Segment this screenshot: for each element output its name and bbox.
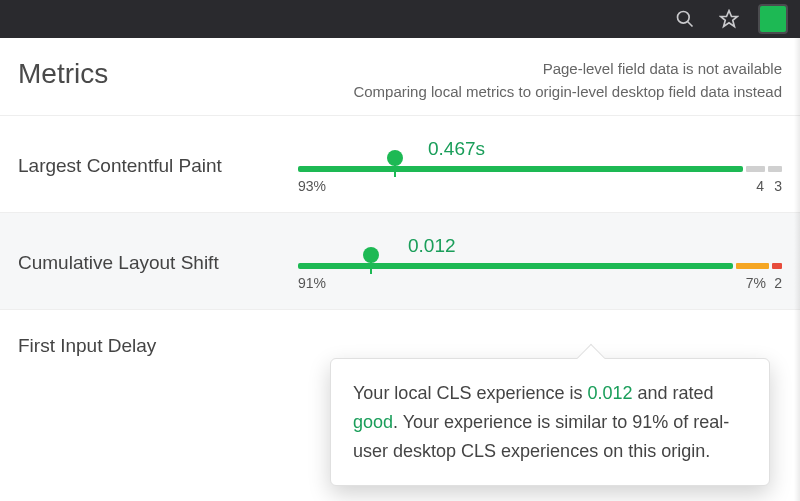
panel-content: Metrics Page-level field data is not ava… <box>0 38 800 501</box>
field-data-notice: Page-level field data is not available C… <box>353 58 782 103</box>
good-segment <box>298 166 743 172</box>
distribution-bar <box>298 263 782 269</box>
bad-segment <box>768 166 782 172</box>
metric-graph <box>298 332 782 360</box>
local-marker-icon <box>387 150 403 166</box>
ok-segment <box>746 166 765 172</box>
bad-pct: 2 <box>774 275 782 291</box>
good-pct: 91% <box>298 275 326 291</box>
bookmark-star-icon[interactable] <box>716 6 742 32</box>
tooltip-value: 0.012 <box>587 383 632 403</box>
metric-value: 0.012 <box>408 235 456 257</box>
ok-segment <box>736 263 769 269</box>
local-marker-icon <box>363 247 379 263</box>
bad-segment <box>772 263 782 269</box>
metric-row-lcp[interactable]: Largest Contentful Paint 0.467s 93% 4 3 <box>0 115 800 212</box>
tooltip-text-pre: Your local CLS experience is <box>353 383 587 403</box>
svg-point-0 <box>678 12 690 24</box>
zoom-icon[interactable] <box>672 6 698 32</box>
good-pct: 93% <box>298 178 326 194</box>
metric-graph: 0.467s 93% 4 3 <box>298 138 782 194</box>
metric-name: Largest Contentful Paint <box>18 155 298 177</box>
metric-row-cls[interactable]: Cumulative Layout Shift 0.012 91% 7% 2 <box>0 212 800 309</box>
cls-tooltip: Your local CLS experience is 0.012 and r… <box>330 358 770 486</box>
segment-labels: 91% 7% 2 <box>298 275 782 291</box>
metric-name: Cumulative Layout Shift <box>18 252 298 274</box>
panel-header: Metrics Page-level field data is not ava… <box>0 38 800 111</box>
svg-marker-2 <box>721 11 738 27</box>
bad-pct: 3 <box>774 178 782 194</box>
tooltip-text-mid1: and rated <box>633 383 714 403</box>
tooltip-rating: good <box>353 412 393 432</box>
good-segment <box>298 263 733 269</box>
notice-line-1: Page-level field data is not available <box>353 58 782 81</box>
scrollbar[interactable] <box>794 38 800 501</box>
panel-title: Metrics <box>18 58 108 90</box>
segment-labels: 93% 4 3 <box>298 178 782 194</box>
svg-line-1 <box>688 22 693 27</box>
notice-line-2: Comparing local metrics to origin-level … <box>353 81 782 104</box>
metric-name: First Input Delay <box>18 335 298 357</box>
ok-pct: 4 <box>756 178 764 194</box>
browser-toolbar <box>0 0 800 38</box>
metrics-list: Largest Contentful Paint 0.467s 93% 4 3 … <box>0 115 800 396</box>
metric-graph: 0.012 91% 7% 2 <box>298 235 782 291</box>
extension-icon[interactable] <box>760 6 786 32</box>
metric-value: 0.467s <box>428 138 485 160</box>
tooltip-text-rest: . Your experience is similar to 91% of r… <box>353 412 729 461</box>
distribution-bar <box>298 166 782 172</box>
ok-pct: 7% <box>746 275 766 291</box>
